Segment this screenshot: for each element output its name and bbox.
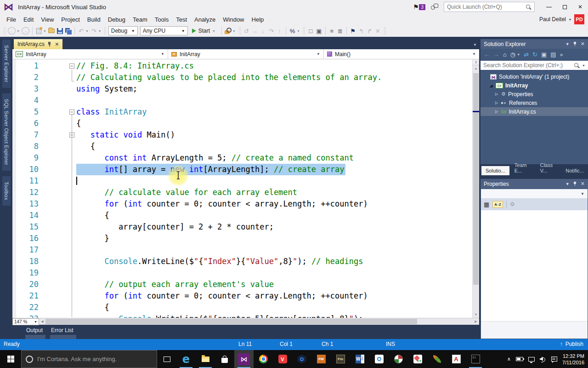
collapse-icon[interactable]: ◢ [489,83,493,88]
scroll-down-icon[interactable]: ▼ [473,311,479,318]
back-icon[interactable]: ← [484,51,490,58]
menu-help[interactable]: Help [248,15,268,24]
save-icon[interactable] [56,26,64,35]
close-icon[interactable]: ✕ [581,41,585,47]
battery-icon[interactable] [516,357,523,361]
code-line[interactable]: 14 { [12,210,472,221]
refresh-icon[interactable]: ↻ [532,51,537,58]
volume-icon[interactable] [540,356,546,362]
chevron-down-icon[interactable]: ▼ [34,320,37,323]
menu-build[interactable]: Build [84,15,104,24]
menu-debug[interactable]: Debug [104,15,129,24]
object-selector-dropdown[interactable]: ▼ [481,189,588,198]
quick-launch-box[interactable] [444,2,535,12]
chevron-down-icon[interactable]: ▼ [317,52,320,56]
window-menu-icon[interactable]: ▼ [565,182,570,186]
vertical-scrollbar[interactable]: ⇕ ▲ ▼ [472,59,479,318]
home-icon[interactable]: ⌂ [503,51,507,58]
taskbar-icon-visual-studio[interactable]: ⋈ [234,350,254,368]
member-dropdown[interactable]: Main() ▼ [324,49,479,59]
properties-icon[interactable]: ▤ [550,51,556,58]
search-icon[interactable] [574,63,580,69]
pin-icon[interactable] [48,41,51,47]
code-line[interactable]: 13 for (int counter = 0; counter < array… [12,198,472,210]
close-button[interactable]: ✕ [572,1,588,13]
forward-icon[interactable]: → [493,51,499,58]
pin-icon[interactable] [574,42,577,46]
taskbar-icon-word[interactable]: W [350,350,369,368]
scroll-up-icon[interactable]: ▲ [473,65,479,72]
navigate-backward-icon[interactable]: ← [8,27,16,34]
user-dropdown-icon[interactable]: ▾ [569,17,571,22]
chevron-down-icon[interactable]: ▼ [472,52,476,56]
toolbar-grip[interactable] [303,27,305,35]
network-icon[interactable] [528,357,535,362]
save-all-icon[interactable] [64,26,72,35]
solution-search-input[interactable] [483,62,571,69]
menu-test[interactable]: Test [172,15,191,24]
taskbar-icon-vivaldi[interactable]: V [273,350,292,368]
panel-tab-output[interactable]: Output [26,327,43,339]
code-line[interactable]: 11 [12,175,472,187]
hidden-icons-chevron[interactable]: ∧ [507,356,511,362]
properties-grid[interactable] [481,210,588,339]
menu-edit[interactable]: Edit [20,15,37,24]
menu-team[interactable]: Team [129,15,151,24]
show-all-files-icon[interactable]: ▣ [541,51,547,58]
taskbar-icon-task-view[interactable] [157,350,176,368]
splitter-handle[interactable]: ⇕ [473,59,479,65]
menu-file[interactable]: File [3,15,20,24]
add-item-icon[interactable] [48,26,56,35]
step-over-icon[interactable]: ↷ [267,26,275,35]
toolbar-grip[interactable] [238,27,241,35]
window-menu-icon[interactable]: ▼ [565,42,570,46]
menu-project[interactable]: Project [57,15,83,24]
solution-search-box[interactable]: ▼ [481,60,588,70]
taskbar-icon-framemaker-2[interactable]: Fm [331,350,350,368]
taskbar-icon-store[interactable] [215,350,234,368]
tree-item-solution-initarray-1-project[interactable]: ⋈Solution 'InitArray' (1 project) [481,72,588,81]
code-line[interactable]: 6{ [12,118,472,129]
toolbar-grip[interactable] [3,27,6,35]
menu-tools[interactable]: Tools [151,15,172,24]
taskbar-icon-hexagon-app[interactable] [292,350,311,368]
alphabetical-sort-icon[interactable]: A↓Z [492,201,503,208]
search-icon[interactable] [526,4,531,10]
chevron-down-icon[interactable]: ▼ [17,29,20,33]
previous-bookmark-icon[interactable]: ↰ [357,26,365,35]
taskbar-icon-edge[interactable]: e [176,350,196,368]
redo-icon[interactable]: ↷ [90,26,98,35]
taskbar-icon-camera-app[interactable] [369,350,389,368]
chevron-down-icon[interactable]: ▼ [178,29,185,33]
pin-icon[interactable] [574,182,577,186]
restore-button[interactable] [557,1,572,13]
chevron-down-icon[interactable]: ▼ [85,29,89,33]
undo-icon[interactable]: ↶ [77,26,85,35]
bookmark-icon[interactable]: ⚑ [349,26,357,35]
menu-view[interactable]: View [37,15,57,24]
code-line[interactable]: 21 for (int counter = 0; counter < array… [12,290,472,302]
expand-icon[interactable]: ▷ [494,101,499,105]
notification-count-badge[interactable]: 3 [419,4,425,10]
selection-mode-icon[interactable]: □ [307,26,315,35]
run-to-cursor-icon[interactable]: → [251,26,259,35]
chevron-down-icon[interactable]: ▼ [98,29,102,33]
start-debugging-button[interactable]: Start▼ [189,28,219,34]
tool-tab-class-v[interactable]: Class V... [536,161,561,175]
menu-window[interactable]: Window [219,15,248,24]
taskbar-icon-pinwheel-app[interactable] [389,350,408,368]
taskbar-icon-command-prompt[interactable]: C:\ [466,350,485,368]
code-line[interactable]: 3using System; [12,83,472,95]
solution-explorer-title-bar[interactable]: Solution Explorer ▼ ✕ [481,39,588,49]
properties-title-bar[interactable]: Properties ▼ ✕ [481,179,588,189]
scrollbar-thumb[interactable] [473,73,479,285]
code-line[interactable]: 19 [12,267,472,279]
sync-with-active-document-icon[interactable]: ⇄ [524,51,529,58]
code-line[interactable]: 12 // calculate value for each array ele… [12,187,472,198]
taskbar-icon-file-explorer[interactable] [196,350,215,368]
find-in-files-icon[interactable] [224,26,232,35]
chevron-down-icon[interactable]: ▼ [517,53,520,56]
scrollbar-thumb[interactable] [45,319,417,324]
taskbar-icon-leaf-app[interactable] [427,350,447,368]
avatar[interactable]: PD [574,14,584,24]
